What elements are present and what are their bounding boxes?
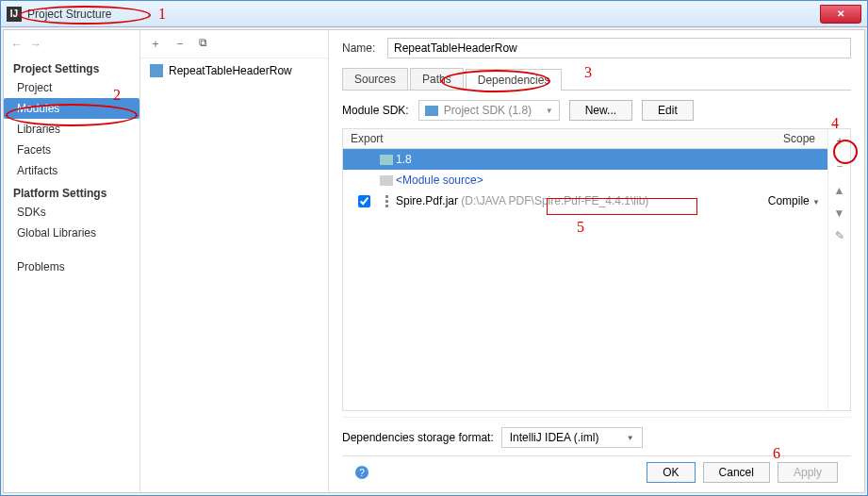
- name-input[interactable]: RepeatTableHeaderRow: [387, 38, 851, 58]
- sidebar-item-problems[interactable]: Problems: [4, 256, 139, 277]
- cancel-button[interactable]: Cancel: [703, 462, 770, 483]
- close-button[interactable]: ✕: [820, 5, 861, 24]
- dialog-footer: ? OK Cancel Apply: [342, 455, 851, 492]
- module-sdk-row: Module SDK: Project SDK (1.8) ▼ New... E…: [342, 100, 851, 121]
- tab-dependencies[interactable]: Dependencies: [466, 69, 563, 91]
- module-icon: [150, 64, 163, 77]
- sidebar-item-facets[interactable]: Facets: [4, 140, 139, 160]
- sidebar-item-artifacts[interactable]: Artifacts: [4, 160, 139, 181]
- app-icon: IJ: [7, 7, 22, 22]
- dep-row-module-source[interactable]: <Module source>: [343, 170, 827, 190]
- titlebar: IJ Project Structure ✕: [1, 1, 867, 27]
- edit-dependency-icon[interactable]: ✎: [835, 229, 844, 242]
- storage-label: Dependencies storage format:: [342, 431, 494, 444]
- remove-dependency-icon[interactable]: －: [834, 158, 845, 174]
- module-row[interactable]: RepeatTableHeaderRow: [140, 62, 328, 79]
- window-title: Project Structure: [27, 8, 820, 21]
- new-sdk-button[interactable]: New...: [569, 100, 632, 121]
- sidebar-item-project[interactable]: Project: [4, 77, 139, 98]
- main-panel: Name: RepeatTableHeaderRow Sources Paths…: [329, 30, 864, 492]
- move-up-icon[interactable]: ▲: [834, 184, 845, 197]
- sidebar: ← → Project Settings Project Modules Lib…: [4, 30, 140, 492]
- module-list: RepeatTableHeaderRow: [140, 58, 328, 83]
- storage-select[interactable]: IntelliJ IDEA (.iml) ▼: [501, 427, 643, 448]
- col-scope: Scope: [771, 129, 827, 148]
- dependencies-header: Export Scope: [343, 129, 827, 149]
- name-label: Name:: [342, 41, 387, 55]
- remove-module-icon[interactable]: －: [174, 36, 186, 52]
- chevron-down-icon: ▼: [546, 107, 553, 115]
- sidebar-item-modules[interactable]: Modules: [4, 98, 139, 119]
- add-module-icon[interactable]: ＋: [150, 36, 161, 52]
- module-list-toolbar: ＋ － ⧉: [140, 30, 328, 58]
- help-icon[interactable]: ?: [355, 466, 368, 479]
- copy-module-icon[interactable]: ⧉: [199, 36, 207, 52]
- tab-sources[interactable]: Sources: [342, 68, 408, 90]
- tab-paths[interactable]: Paths: [410, 68, 464, 90]
- edit-sdk-button[interactable]: Edit: [642, 100, 694, 121]
- jar-icon: [385, 195, 388, 207]
- col-export: Export: [343, 129, 400, 148]
- dep-row-sdk[interactable]: 1.8: [343, 149, 827, 170]
- chevron-down-icon: ▼: [627, 434, 634, 442]
- chevron-down-icon: ▼: [812, 198, 820, 207]
- project-structure-dialog: IJ Project Structure ✕ ← → Project Setti…: [0, 0, 868, 496]
- dependencies-grid: Export Scope 1.8 <Module source>: [343, 129, 827, 410]
- module-list-panel: ＋ － ⧉ RepeatTableHeaderRow: [140, 30, 329, 492]
- add-dependency-icon[interactable]: ＋: [834, 133, 845, 149]
- module-name: RepeatTableHeaderRow: [169, 64, 292, 77]
- sidebar-item-libraries[interactable]: Libraries: [4, 119, 139, 140]
- nav-arrows: ← →: [4, 34, 139, 57]
- sidebar-item-sdks[interactable]: SDKs: [4, 202, 139, 223]
- module-sdk-select[interactable]: Project SDK (1.8) ▼: [418, 100, 560, 121]
- move-down-icon[interactable]: ▼: [834, 207, 845, 220]
- export-checkbox[interactable]: [358, 195, 370, 207]
- folder-icon: [380, 155, 393, 165]
- folder-icon: [380, 175, 393, 186]
- scope-select[interactable]: Compile ▼: [754, 194, 820, 207]
- name-row: Name: RepeatTableHeaderRow: [342, 38, 851, 58]
- forward-icon[interactable]: →: [30, 38, 41, 51]
- content-area: ← → Project Settings Project Modules Lib…: [3, 29, 865, 493]
- sidebar-item-global-libraries[interactable]: Global Libraries: [4, 223, 139, 243]
- apply-button[interactable]: Apply: [778, 462, 838, 483]
- sidebar-heading-project: Project Settings: [4, 57, 139, 77]
- module-sdk-label: Module SDK:: [342, 104, 409, 117]
- dependencies-actions: ＋ － ▲ ▼ ✎: [827, 129, 850, 410]
- ok-button[interactable]: OK: [647, 462, 695, 483]
- back-icon[interactable]: ←: [11, 38, 23, 51]
- dependencies-table: Export Scope 1.8 <Module source>: [342, 128, 851, 411]
- folder-icon: [425, 106, 438, 116]
- storage-row: Dependencies storage format: IntelliJ ID…: [342, 417, 851, 455]
- tabs: Sources Paths Dependencies: [342, 68, 851, 91]
- sidebar-heading-platform: Platform Settings: [4, 181, 139, 202]
- dep-row-jar[interactable]: Spire.Pdf.jar (D:\JAVA PDF\Spire.Pdf-FE_…: [343, 190, 827, 211]
